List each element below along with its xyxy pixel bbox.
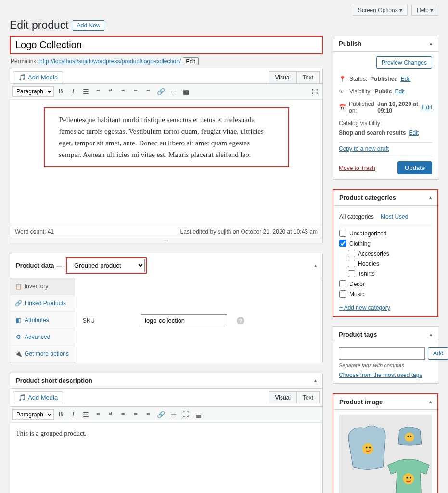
bold-icon[interactable]: B [55, 86, 66, 97]
add-media-button-short[interactable]: 🎵 Add Media [13, 391, 63, 403]
italic-icon[interactable]: I [67, 409, 79, 420]
tab-attributes-label: Attributes [25, 317, 49, 324]
publish-box: Publish ▴ Preview Changes 📍Status: Publi… [333, 36, 438, 180]
add-category-link[interactable]: + Add new category [339, 304, 390, 311]
tag-input[interactable] [339, 347, 425, 360]
checkbox-hoodies[interactable] [348, 260, 355, 267]
copy-draft-link[interactable]: Copy to a new draft [339, 145, 432, 152]
format-select[interactable]: Paragraph [12, 86, 54, 97]
numbered-list-icon[interactable]: ≡ [92, 409, 104, 420]
align-left-icon[interactable]: ≡ [117, 409, 129, 420]
link-icon[interactable]: 🔗 [155, 409, 166, 420]
product-image-preview[interactable] [339, 415, 432, 493]
permalink-url[interactable]: http://localhost/sujith/wordpress/produc… [39, 58, 181, 65]
preview-changes-button[interactable]: Preview Changes [376, 56, 432, 69]
cat-label-music: Music [349, 291, 364, 298]
svg-point-7 [406, 477, 408, 479]
align-left-icon[interactable]: ≡ [117, 86, 129, 97]
plugin-icon: 🔌 [15, 350, 22, 357]
tab-all-categories[interactable]: All categories [339, 210, 374, 224]
align-center-icon[interactable]: ≡ [130, 86, 141, 97]
add-tag-button[interactable]: Add [428, 347, 448, 360]
align-right-icon[interactable]: ≡ [142, 409, 154, 420]
fullscreen-icon[interactable]: ⛶ [180, 409, 192, 420]
tab-get-more[interactable]: 🔌Get more options [10, 346, 75, 363]
italic-icon[interactable]: I [67, 86, 79, 97]
checkbox-clothing[interactable] [339, 240, 346, 247]
edit-date-link[interactable]: Edit [422, 104, 432, 111]
tab-visual[interactable]: Visual [269, 71, 297, 83]
tab-text-short[interactable]: Text [296, 391, 320, 403]
add-media-button[interactable]: 🎵 Add Media [13, 71, 63, 83]
product-type-select[interactable]: Grouped product [68, 259, 145, 272]
align-right-icon[interactable]: ≡ [142, 86, 154, 97]
checkbox-music[interactable] [339, 290, 346, 298]
collapse-icon[interactable]: ▴ [429, 195, 432, 200]
numbered-list-icon[interactable]: ≡ [92, 86, 104, 97]
product-image-header: Product image [339, 398, 383, 405]
permalink-edit-button[interactable]: Edit [183, 57, 199, 65]
bullet-list-icon[interactable]: ☰ [80, 86, 91, 97]
product-data-box: Product data — Grouped product ▴ 📋Invent… [10, 253, 323, 363]
tab-visual-short[interactable]: Visual [269, 391, 297, 403]
toolbar-toggle-icon[interactable]: ▦ [180, 86, 192, 97]
move-to-trash-link[interactable]: Move to Trash [339, 165, 375, 171]
edit-status-link[interactable]: Edit [401, 76, 411, 82]
edit-catalog-link[interactable]: Edit [409, 130, 419, 136]
tab-most-used[interactable]: Most Used [381, 210, 408, 224]
fullscreen-icon[interactable]: ⛶ [309, 86, 320, 97]
blockquote-icon[interactable]: ❝ [105, 86, 116, 97]
svg-point-5 [410, 436, 411, 437]
publish-header: Publish [339, 40, 361, 47]
choose-tags-link[interactable]: Choose from the most used tags [339, 372, 422, 378]
checkbox-accessories[interactable] [348, 250, 355, 257]
checkbox-uncategorized[interactable] [339, 230, 346, 237]
link-icon[interactable]: 🔗 [155, 86, 166, 97]
screen-options-button[interactable]: Screen Options ▾ [353, 5, 408, 16]
main-editor: 🎵 Add Media Visual Text Paragraph B I ☰ … [10, 68, 323, 243]
cat-label-uncategorized: Uncategorized [349, 230, 386, 237]
collapse-icon[interactable]: ▴ [314, 263, 317, 268]
blockquote-icon[interactable]: ❝ [105, 409, 116, 420]
checkbox-tshirts[interactable] [348, 270, 355, 277]
editor-resize-handle[interactable]: ⋯ [10, 238, 322, 243]
collapse-icon[interactable]: ▴ [314, 378, 317, 383]
tab-linked-products[interactable]: 🔗Linked Products [10, 295, 75, 312]
bold-icon[interactable]: B [55, 409, 66, 420]
collapse-icon[interactable]: ▴ [430, 332, 432, 337]
tab-advanced[interactable]: ⚙Advanced [10, 329, 75, 346]
update-button[interactable]: Update [397, 161, 432, 174]
add-new-button[interactable]: Add New [73, 20, 105, 31]
tab-linked-label: Linked Products [25, 300, 66, 307]
cat-label-tshirts: Tshirts [358, 271, 375, 277]
editor-content-area[interactable]: Pellentesque habitant morbi tristique se… [10, 100, 322, 225]
toolbar-toggle-icon[interactable]: ▦ [192, 409, 204, 420]
tab-text[interactable]: Text [296, 71, 320, 83]
sku-input[interactable] [141, 314, 227, 326]
align-center-icon[interactable]: ≡ [130, 409, 141, 420]
tab-getmore-label: Get more options [25, 350, 69, 357]
format-select-short[interactable]: Paragraph [12, 409, 54, 420]
short-desc-content-area[interactable]: This is a grouped product. [10, 423, 322, 493]
tab-inventory[interactable]: 📋Inventory [10, 278, 75, 295]
svg-point-8 [410, 477, 411, 479]
checkbox-decor[interactable] [339, 280, 346, 287]
readmore-icon[interactable]: ▭ [167, 409, 179, 420]
tab-attributes[interactable]: ◧Attributes [10, 312, 75, 329]
attributes-icon: ◧ [15, 317, 22, 324]
published-label: Published on: [349, 101, 374, 114]
bullet-list-icon[interactable]: ☰ [80, 409, 91, 420]
product-title-input[interactable] [10, 36, 323, 54]
collapse-icon[interactable]: ▴ [429, 399, 432, 404]
product-tags-box: Product tags ▴ Add Separate tags with co… [333, 326, 438, 384]
inventory-icon: 📋 [15, 283, 22, 290]
collapse-icon[interactable]: ▴ [430, 41, 432, 46]
visibility-label: Visibility: [349, 88, 371, 95]
help-button[interactable]: Help ▾ [411, 5, 438, 16]
add-media-label-short: Add Media [28, 394, 58, 401]
cat-label-clothing: Clothing [349, 240, 371, 247]
help-icon[interactable]: ? [237, 317, 244, 324]
sku-label: SKU [83, 317, 131, 324]
edit-visibility-link[interactable]: Edit [395, 88, 405, 95]
readmore-icon[interactable]: ▭ [167, 86, 179, 97]
